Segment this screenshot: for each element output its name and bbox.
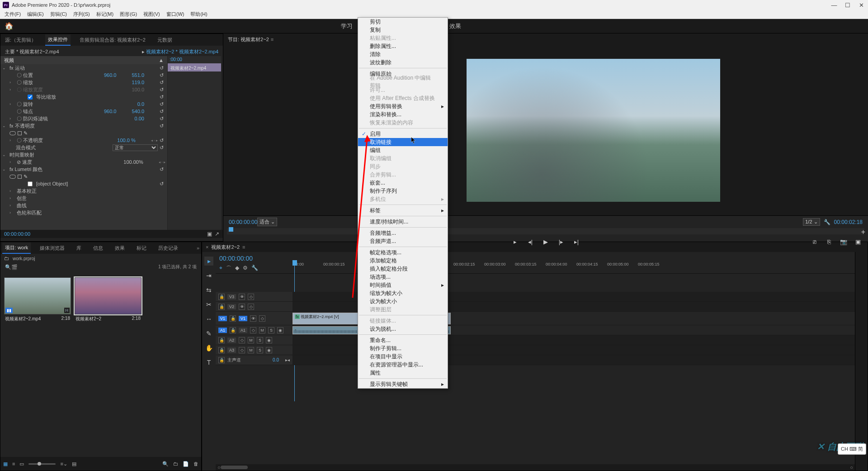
btn-export-frame[interactable]: 📷 xyxy=(839,237,848,246)
ctx-item[interactable]: 音频增益... xyxy=(358,229,448,237)
thumbnail-size-slider[interactable] xyxy=(28,463,56,465)
program-playhead[interactable] xyxy=(229,227,233,232)
track-toggle-v2[interactable]: 👁 xyxy=(239,304,245,310)
tl-snap-icon[interactable]: ⌖ xyxy=(219,265,222,272)
tab-media-browser[interactable]: 媒体浏览器 xyxy=(37,243,67,253)
track-lock-a2[interactable]: 🔒 xyxy=(218,337,225,343)
ctx-item[interactable]: 使用剪辑替换 xyxy=(358,102,448,110)
tab-markers[interactable]: 标记 xyxy=(134,243,149,253)
track-lock-a3[interactable]: 🔒 xyxy=(218,347,225,353)
program-canvas[interactable] xyxy=(223,45,868,215)
menu-sequence[interactable]: 序列(S) xyxy=(73,11,90,18)
ctx-item[interactable]: 波纹删除 xyxy=(358,58,448,67)
btn-step-back[interactable]: ◂| xyxy=(526,237,535,246)
ctx-item[interactable]: 制作子剪辑... xyxy=(358,344,448,352)
view-icon-icon[interactable]: ≡ xyxy=(12,461,15,466)
track-lock-v1[interactable]: 🔒 xyxy=(230,315,236,322)
track-label-v2[interactable]: V2 xyxy=(227,304,236,309)
bin-icon[interactable]: 🗀 xyxy=(4,256,9,261)
fx-motion[interactable]: fx 运动 xyxy=(8,65,158,71)
fx-blend[interactable]: 混合模式 xyxy=(14,144,111,151)
trash-icon[interactable]: 🗑 xyxy=(193,461,198,466)
tab-metadata[interactable]: 元数据 xyxy=(155,35,175,45)
program-settings-icon[interactable]: 🔧 xyxy=(824,219,830,225)
tool-hand[interactable]: ✋ xyxy=(204,343,213,352)
tab-project[interactable]: 项目: work xyxy=(2,243,31,254)
fx-uniform-scale-checkbox[interactable] xyxy=(28,95,33,100)
tab-audio-mixer[interactable]: 音频剪辑混合器: 视频素材2~2 xyxy=(77,35,148,45)
fx-wheels[interactable]: 色轮和匹配 xyxy=(15,209,165,216)
timeline-playhead[interactable] xyxy=(292,260,297,266)
mask-ellipse-icon-2[interactable] xyxy=(9,175,16,179)
tab-program[interactable]: 节目: 视频素材2~2 xyxy=(228,36,269,43)
menu-clip[interactable]: 剪辑(C) xyxy=(50,11,67,18)
menu-help[interactable]: 帮助(H) xyxy=(190,11,207,18)
program-tc-left[interactable]: 00:00:00:00 xyxy=(229,219,257,225)
window-maximize[interactable]: ☐ xyxy=(841,0,854,10)
menu-markers[interactable]: 标记(M) xyxy=(96,11,114,18)
track-lock-v3[interactable]: 🔒 xyxy=(218,294,225,300)
ctx-item[interactable]: 剪切 xyxy=(358,18,448,26)
project-item-2[interactable]: 视频素材2~22:18 xyxy=(75,277,142,324)
track-label-a3[interactable]: A3 xyxy=(227,347,236,353)
fx-curves[interactable]: 曲线 xyxy=(15,202,165,209)
btn-button-editor[interactable]: + xyxy=(861,228,865,236)
program-resolution-dropdown[interactable]: 1/2 ⌄ xyxy=(803,218,820,226)
fx-property-tree[interactable]: 视频▲ ⌄fx 运动↺ 〇 位置960.0551.0↺ ›〇 缩放119.0↺ … xyxy=(0,56,168,230)
tl-wrench-icon[interactable]: 🔧 xyxy=(251,265,258,272)
tool-track-select[interactable]: ⇥ xyxy=(204,271,213,280)
fx-blend-select[interactable]: 正常 xyxy=(113,144,158,151)
fx-antiflicker[interactable]: 〇 防闪烁滤镜 xyxy=(15,115,133,122)
view-list-icon[interactable]: ▦ xyxy=(3,461,8,467)
tl-marker-icon[interactable]: ◆ xyxy=(235,265,239,272)
fx-lumetri[interactable]: fx Lumetri 颜色 xyxy=(8,166,158,173)
window-close[interactable]: ✕ xyxy=(854,0,868,10)
fx-rotation[interactable]: 〇 旋转 xyxy=(15,101,136,108)
tab-source[interactable]: 源:（无剪辑） xyxy=(2,35,39,45)
track-toggle-v3[interactable]: 👁 xyxy=(239,294,245,300)
ctx-item[interactable]: 添加帧定格 xyxy=(358,257,448,265)
reset-icon[interactable]: ↺ xyxy=(160,65,165,71)
track-label-v3[interactable]: V3 xyxy=(227,294,236,300)
project-search-icon[interactable]: 🔍 xyxy=(5,264,11,270)
menu-view[interactable]: 视图(V) xyxy=(143,11,160,18)
project-clapper-icon[interactable]: 🎬 xyxy=(11,264,18,270)
track-label-v1[interactable]: V1 xyxy=(239,316,247,321)
btn-compare[interactable]: ▣ xyxy=(854,237,863,246)
timeline-tracks[interactable]: 🔒V3👁◇ 🔒V2👁◇ V1🔒V1👁◇fx视频素材2~2.mp4 [V] A1🔒… xyxy=(216,274,855,464)
ctx-item[interactable]: 清除 xyxy=(358,50,448,58)
btn-mark-out[interactable]: ▸| xyxy=(572,237,581,246)
track-lock-a1[interactable]: 🔒 xyxy=(230,327,236,333)
menu-window[interactable]: 窗口(W) xyxy=(166,11,184,18)
tab-info[interactable]: 信息 xyxy=(90,243,106,253)
tool-slip[interactable]: ↔ xyxy=(204,314,213,324)
fx-anchor[interactable]: 〇 锚点 xyxy=(15,108,102,115)
fx-basic-correction[interactable]: 基本校正 xyxy=(15,188,165,195)
fx-footer-icon-2[interactable]: ↗ xyxy=(215,231,219,237)
tl-settings-icon[interactable]: ⚙ xyxy=(243,265,248,272)
track-toggle-v1[interactable]: 👁 xyxy=(250,315,256,322)
ctx-item[interactable]: 标签 xyxy=(358,206,448,214)
tab-library[interactable]: 库 xyxy=(74,243,84,253)
ctx-item[interactable]: 在项目中显示 xyxy=(358,352,448,361)
btn-mark-in[interactable]: ▸ xyxy=(510,237,519,246)
tool-selection[interactable]: ▸ xyxy=(204,257,213,266)
home-button[interactable]: 🏠 xyxy=(0,19,18,33)
track-lock-master[interactable]: 🔒 xyxy=(218,357,225,363)
project-thumbnail-grid[interactable]: ▮▮H 视频素材2~2.mp42:18 视频素材2~22:18 xyxy=(0,271,201,330)
ctx-item[interactable]: 制作子序列 xyxy=(358,187,448,195)
tool-type[interactable]: T xyxy=(204,358,213,367)
project-breadcrumb[interactable]: work.prproj xyxy=(13,256,35,261)
context-menu[interactable]: 剪切复制粘贴属性...删除属性...清除波纹删除编辑原始在 Adobe Audi… xyxy=(358,17,448,389)
mask-rect-icon-2[interactable] xyxy=(18,175,22,179)
ctx-item[interactable]: 属性 xyxy=(358,369,448,377)
tool-pen[interactable]: ✎ xyxy=(204,329,213,338)
btn-extract[interactable]: ⎘ xyxy=(825,237,834,246)
btn-play[interactable]: ▶ xyxy=(541,237,550,246)
mask-ellipse-icon[interactable] xyxy=(9,131,16,135)
new-item-icon[interactable]: 📄 xyxy=(183,461,189,467)
sort-icon[interactable]: ≡⌄ xyxy=(60,461,67,467)
project-panel-menu[interactable]: » xyxy=(197,245,199,251)
ctx-item[interactable]: 缩放为帧大小 xyxy=(358,289,448,297)
track-label-a1[interactable]: A1 xyxy=(239,328,247,333)
